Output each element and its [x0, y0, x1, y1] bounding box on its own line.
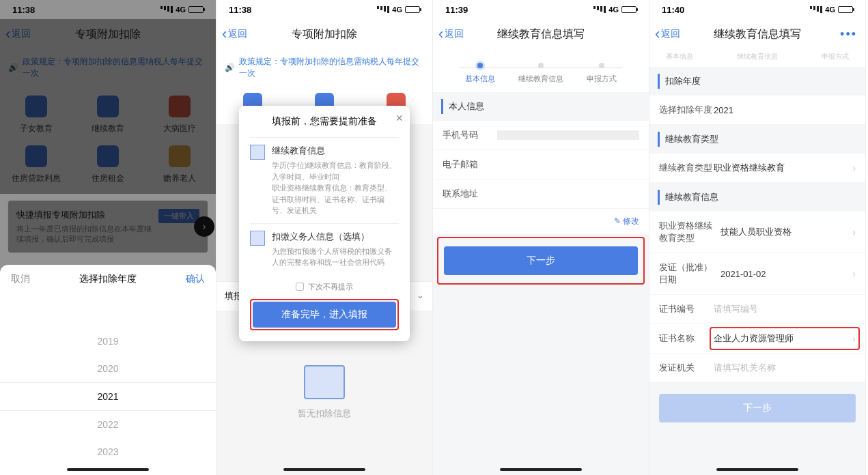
- cert-name-field[interactable]: 证书名称 企业人力资源管理师 ›: [649, 324, 865, 354]
- status-time: 11:39: [445, 5, 468, 15]
- year-option[interactable]: 2022: [0, 411, 216, 438]
- sheet-title: 选择扣除年度: [79, 273, 137, 285]
- status-bar: 11:38 4G: [216, 0, 432, 19]
- confirm-button[interactable]: 确认: [186, 273, 205, 285]
- chevron-right-icon: ›: [852, 268, 856, 279]
- home-indicator: [283, 468, 365, 471]
- section-edu-type: 继续教育类型: [658, 132, 857, 147]
- phone-value-redacted: [497, 130, 639, 140]
- section-year: 扣除年度: [658, 74, 857, 89]
- back-button[interactable]: 返回: [655, 25, 680, 43]
- ready-button[interactable]: 准备完毕，进入填报: [253, 302, 396, 328]
- nav-bar: 返回 继续教育信息填写 •••: [649, 19, 865, 49]
- checkbox-icon[interactable]: [296, 283, 304, 291]
- sec1-title: 继续教育信息: [272, 145, 399, 157]
- phone-field: 手机号码: [433, 121, 649, 150]
- policy-notice: 政策规定：专项附加扣除的信息需纳税人每年提交一次: [216, 49, 432, 86]
- battery-icon: [838, 6, 853, 13]
- year-picker-sheet: 取消 选择扣除年度 确认 2019 2020 2021 2022 2023: [0, 265, 216, 475]
- speaker-icon: [225, 63, 235, 72]
- step-label-faded: 申报方式: [822, 52, 849, 61]
- battery-icon: [621, 6, 636, 13]
- modal-title: 填报前，您需要提前准备: [250, 115, 399, 128]
- sec2-title: 扣缴义务人信息（选填）: [272, 231, 399, 243]
- chevron-right-icon: ›: [852, 333, 856, 344]
- page-title: 继续教育信息填写: [714, 27, 801, 42]
- building-icon: [250, 231, 265, 246]
- close-icon[interactable]: ×: [395, 111, 403, 126]
- email-field: 电子邮箱: [433, 150, 649, 179]
- page-title: 专项附加扣除: [292, 27, 357, 42]
- year-option[interactable]: 2019: [0, 328, 216, 355]
- status-time: 11:40: [662, 5, 684, 15]
- doc-icon: [250, 145, 265, 160]
- nav-bar: 返回 继续教育信息填写: [433, 19, 649, 49]
- back-button[interactable]: 返回: [222, 25, 247, 43]
- status-bar: 11:40 4G: [649, 0, 865, 19]
- step-edu: 继续教育信息: [510, 63, 571, 84]
- more-button[interactable]: •••: [840, 27, 857, 42]
- highlight-box: 准备完毕，进入填报: [250, 299, 399, 330]
- screen-4-edu-info: 11:40 4G 返回 继续教育信息填写 ••• 基本信息 继续教育信息 申报方…: [649, 0, 866, 475]
- cancel-button[interactable]: 取消: [11, 273, 30, 285]
- chevron-down-icon[interactable]: ⌄: [417, 290, 424, 302]
- page-title: 继续教育信息填写: [497, 27, 585, 42]
- signal-icon: [593, 6, 606, 13]
- step-method: 申报方式: [572, 63, 632, 84]
- chevron-right-icon: ›: [852, 162, 856, 173]
- nav-bar: 返回 专项附加扣除: [216, 19, 432, 49]
- sec2-desc: 为您预扣预缴个人所得税的扣缴义务人的完整名称和统一社会信用代码: [272, 246, 399, 268]
- home-indicator: [500, 468, 582, 471]
- empty-text: 暂无扣除信息: [298, 408, 351, 418]
- issue-date-field[interactable]: 发证（批准）日期 2021-01-02 ›: [649, 253, 865, 295]
- year-option[interactable]: 2020: [0, 355, 216, 382]
- step-label-faded: 基本信息: [666, 52, 693, 61]
- prepare-modal: × 填报前，您需要提前准备 继续教育信息 学历(学位)继续教育信息：教育阶段、入…: [239, 106, 410, 341]
- year-field[interactable]: 选择扣除年度 2021: [649, 96, 865, 125]
- year-option[interactable]: 2023: [0, 438, 216, 465]
- edu-type-field[interactable]: 继续教育类型 职业资格继续教育 ›: [649, 154, 865, 183]
- step-indicator: 基本信息 继续教育信息 申报方式: [433, 49, 649, 92]
- signal-icon: [377, 6, 389, 13]
- chevron-right-icon: ›: [852, 227, 856, 238]
- status-time: 11:38: [229, 5, 251, 15]
- edit-link[interactable]: 修改: [433, 209, 649, 234]
- dont-show-checkbox[interactable]: 下次不再提示: [250, 275, 399, 299]
- home-indicator: [67, 468, 149, 471]
- empty-icon: [304, 365, 345, 399]
- battery-icon: [405, 6, 420, 13]
- section-edu-info: 继续教育信息: [658, 190, 857, 205]
- status-bar: 11:39 4G: [433, 0, 649, 19]
- address-field: 联系地址: [433, 179, 649, 209]
- screen-1-year-picker: 11:38 4G 返回 专项附加扣除 政策规定：专项附加扣除的信息需纳税人每年提…: [0, 0, 216, 475]
- section-personal: 本人信息: [441, 99, 641, 114]
- signal-icon: [810, 6, 822, 13]
- back-button[interactable]: 返回: [438, 25, 464, 43]
- next-button-disabled: 下一步: [659, 394, 856, 422]
- year-option-selected[interactable]: 2021: [0, 382, 216, 411]
- cert-number-field[interactable]: 证书编号 请填写编号: [649, 295, 865, 324]
- screen-3-basic-info: 11:39 4G 返回 继续教育信息填写 基本信息 继续教育信息 申报方式 本人…: [433, 0, 649, 475]
- qual-type-field[interactable]: 职业资格继续教育类型 技能人员职业资格 ›: [649, 212, 865, 253]
- step-basic: 基本信息: [449, 63, 510, 84]
- screen-2-prepare-modal: 11:38 4G 返回 专项附加扣除 政策规定：专项附加扣除的信息需纳税人每年提…: [216, 0, 433, 475]
- issuer-field[interactable]: 发证机关 请填写机关名称: [649, 354, 865, 383]
- sec1-desc: 学历(学位)继续教育信息：教育阶段、入学时间、毕业时间 职业资格继续教育信息：教…: [272, 160, 399, 216]
- home-indicator: [716, 468, 798, 471]
- step-label-faded: 继续教育信息: [737, 52, 778, 61]
- next-button[interactable]: 下一步: [444, 246, 638, 275]
